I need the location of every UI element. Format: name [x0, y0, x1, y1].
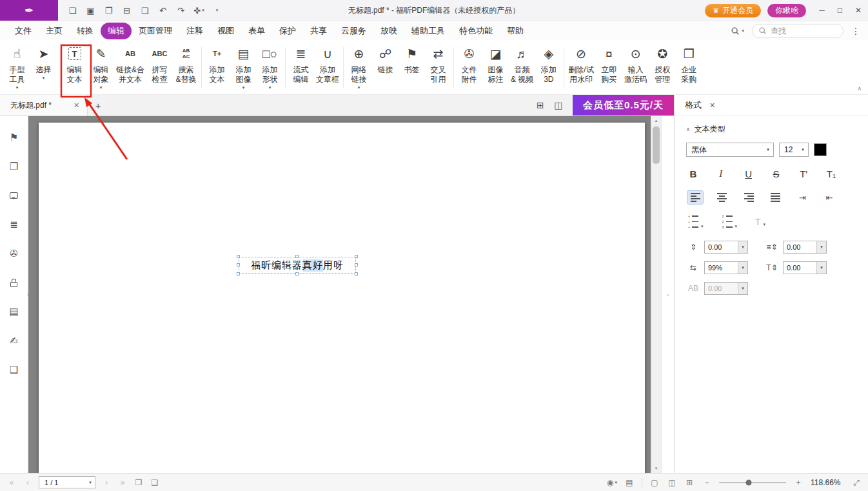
snapshot-button[interactable]: ❐	[133, 478, 144, 487]
font-family-select[interactable]: 黑体▾	[686, 143, 774, 157]
next-page-button[interactable]: ›	[101, 478, 112, 487]
close-panel-icon[interactable]: ✕	[709, 101, 715, 110]
baseline-offset-input[interactable]: 0.00▾	[783, 261, 827, 274]
menu-item-assist-tools[interactable]: 辅助工具	[404, 23, 452, 39]
menu-item-home[interactable]: 主页	[39, 23, 70, 39]
thumbnail-view-button[interactable]: ▤	[624, 478, 635, 487]
signature-panel-button[interactable]: ✍	[8, 335, 20, 346]
ribbon-activation-code[interactable]: ⊙输入 激活码	[622, 42, 649, 93]
customize-toolbar-button[interactable]: ▾	[209, 3, 225, 18]
facing-pages-layout-button[interactable]: ◫	[667, 478, 677, 487]
close-button[interactable]: ✕	[855, 6, 862, 15]
underline-button[interactable]: U	[743, 168, 755, 179]
view-mode-button[interactable]: ◉▾	[607, 478, 617, 487]
ribbon-image-annotation[interactable]: ◪图像 标注	[482, 42, 509, 93]
print-button[interactable]: ⊟	[119, 3, 135, 18]
minimize-button[interactable]: ─	[819, 6, 825, 15]
redo-button[interactable]: ↷	[173, 3, 189, 18]
ribbon-add-image[interactable]: ▤添加 图像▾	[230, 42, 257, 93]
indent-increase-button[interactable]: ⇥	[794, 191, 810, 204]
zoom-slider[interactable]	[719, 482, 786, 483]
menu-item-view[interactable]: 视图	[210, 23, 241, 39]
ribbon-select[interactable]: ➤选择▾	[30, 42, 57, 93]
grid-view-icon[interactable]: ⊞	[531, 100, 549, 110]
ribbon-hand-tool[interactable]: ☝手型 工具▾	[4, 42, 30, 93]
zoom-slider-knob[interactable]	[745, 479, 751, 485]
resize-handle[interactable]	[355, 263, 358, 266]
page-number-select[interactable]: 1 / 1▾	[39, 476, 95, 488]
text-edit-box[interactable]: 福昕编辑器真好用呀	[239, 257, 356, 274]
ribbon-add-3d[interactable]: ◈添加 3D	[535, 42, 562, 93]
single-page-layout-button[interactable]: ▢	[649, 478, 660, 487]
align-right-button[interactable]	[741, 191, 756, 204]
mode-tool-button[interactable]: ✜▾	[191, 3, 207, 18]
zoom-out-button[interactable]: −	[702, 478, 712, 487]
resize-handle[interactable]	[237, 263, 240, 266]
menu-item-share[interactable]: 共享	[303, 23, 334, 39]
resize-handle[interactable]	[295, 272, 299, 276]
open-file-button[interactable]: ❏	[64, 3, 81, 18]
menu-item-protect[interactable]: 保护	[272, 23, 303, 39]
undo-button[interactable]: ↶	[155, 3, 171, 18]
ribbon-license-manage[interactable]: ✪授权 管理	[649, 42, 676, 93]
panel-collapse-handle[interactable]: ›	[667, 292, 669, 298]
close-tab-icon[interactable]: ✕	[74, 101, 79, 110]
ribbon-edit-text[interactable]: T编辑 文本	[61, 42, 88, 93]
zoom-level[interactable]: 118.66%	[811, 478, 844, 487]
resize-handle[interactable]	[355, 255, 358, 258]
resize-handle[interactable]	[237, 255, 240, 258]
superscript-button[interactable]: T′	[798, 168, 809, 179]
vertical-scrollbar[interactable]: ▴ ▾	[651, 116, 661, 473]
ribbon-bookmark[interactable]: ⚑书签	[399, 42, 425, 93]
scroll-up-icon[interactable]: ▴	[655, 118, 658, 123]
ribbon-reflow-edit[interactable]: ≣流式 编辑	[288, 42, 314, 93]
menu-item-present[interactable]: 放映	[373, 23, 404, 39]
layers-panel-button[interactable]: ≣	[8, 219, 20, 230]
ribbon-enterprise-purchase[interactable]: ❒企业 采购	[676, 42, 702, 93]
clipboard-button[interactable]: ❑	[150, 478, 160, 487]
document-tab[interactable]: 无标题.pdf * ✕	[0, 95, 88, 115]
ribbon-file-attachment[interactable]: ✇文件 附件	[456, 42, 482, 93]
maximize-button[interactable]: □	[838, 6, 842, 15]
new-tab-button[interactable]: +	[88, 100, 108, 111]
ribbon-audio-video[interactable]: ♬音频 & 视频	[509, 42, 535, 93]
scroll-down-icon[interactable]: ▾	[655, 466, 658, 471]
font-size-select[interactable]: 12▾	[779, 143, 809, 157]
menu-item-help[interactable]: 帮助	[500, 23, 531, 39]
resize-handle[interactable]	[355, 272, 358, 276]
strikethrough-button[interactable]: S	[770, 168, 782, 179]
save-button[interactable]: ▣	[83, 3, 99, 18]
subscript-button[interactable]: T₁	[825, 168, 837, 179]
promo-pill-button[interactable]: 你瞅啥	[767, 4, 806, 17]
menu-item-edit[interactable]: 编辑	[101, 23, 132, 39]
align-left-button[interactable]	[687, 191, 703, 204]
search-mode-button[interactable]: ▾	[731, 26, 744, 35]
export-button[interactable]: ❑	[137, 3, 153, 18]
ribbon-add-shape[interactable]: □○添加 形状▾	[257, 42, 283, 93]
ribbon-spell-check[interactable]: ABC拼写 检查	[146, 42, 173, 93]
numbered-list-button[interactable]: 123 ▾	[722, 214, 738, 229]
horizontal-scale-input[interactable]: 99%▾	[704, 261, 748, 274]
bookmarks-panel-button[interactable]: ⚑	[8, 132, 20, 143]
panel-collapse-strip[interactable]: ›	[661, 116, 674, 473]
italic-button[interactable]: I	[715, 168, 727, 179]
security-panel-button[interactable]	[8, 277, 20, 288]
search-box[interactable]	[752, 24, 843, 38]
menu-item-file[interactable]: 文件	[8, 23, 39, 39]
ribbon-buy-now[interactable]: ¤立即 购买	[596, 42, 622, 93]
align-justify-button[interactable]	[768, 191, 784, 204]
format-tab[interactable]: 格式	[685, 99, 702, 111]
prev-page-button[interactable]: ‹	[23, 478, 33, 487]
ribbon-link[interactable]: ☍链接	[372, 42, 399, 93]
paragraph-spacing-input[interactable]: 0.00▾	[783, 241, 827, 254]
attachments-panel-button[interactable]: ✇	[8, 248, 20, 259]
notes-panel-button[interactable]: ▤	[8, 306, 20, 317]
first-page-button[interactable]: «	[6, 478, 17, 487]
zoom-in-button[interactable]: +	[793, 478, 804, 487]
app-logo[interactable]: ✒	[0, 0, 58, 21]
comments-panel-button[interactable]	[8, 190, 20, 201]
ribbon-search-replace[interactable]: AB AC搜索 &替换	[173, 42, 199, 93]
menu-item-features[interactable]: 特色功能	[452, 23, 500, 39]
bold-button[interactable]: B	[687, 168, 699, 179]
ribbon-link-merge-text[interactable]: AB链接&合 并文本	[114, 42, 146, 93]
